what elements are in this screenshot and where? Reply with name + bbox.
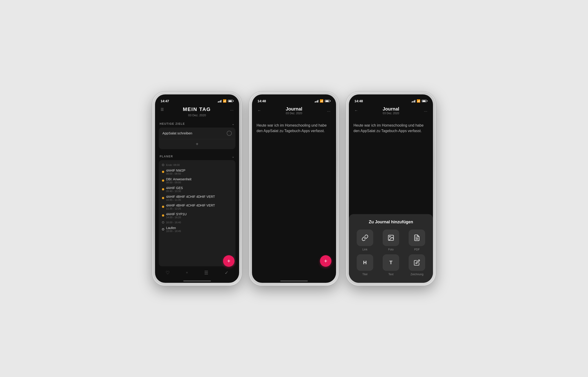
list-item[interactable]: 4AHIF SYP1U 14:00 - 16:20 xyxy=(162,211,232,220)
nav-tasks[interactable]: ✓ xyxy=(223,268,230,277)
svg-point-1 xyxy=(390,236,391,237)
foto-icon-box xyxy=(383,230,399,246)
titel-icon-box: H xyxy=(357,254,373,271)
nav-favorites[interactable]: ♡ xyxy=(164,268,172,277)
goal-item[interactable]: AppSalat schreiben xyxy=(159,128,235,139)
planner-item-name: 4AHIF 4BHIF 4CHIF 4DHIF VERT xyxy=(166,195,215,199)
goal-add-button[interactable]: + xyxy=(159,139,235,149)
goal-circle[interactable] xyxy=(227,131,232,136)
foto-label: Foto xyxy=(388,248,394,251)
notch-1 xyxy=(182,94,212,101)
add-journal-menu: Zu Journal hinzufügen Link xyxy=(349,214,433,283)
battery-icon-1 xyxy=(228,100,234,102)
add-menu-item-zeichnung[interactable]: Zeichnung xyxy=(406,254,428,276)
list-item[interactable]: 16:00 - 16:40 xyxy=(162,220,232,225)
status-icons-1: 📶 xyxy=(218,99,234,103)
more-icon-2[interactable]: … xyxy=(326,107,332,114)
more-icon-3[interactable]: … xyxy=(423,107,428,114)
journal-content-3: Heute war ich im Homeschooling und habe … xyxy=(349,118,433,138)
zeichnung-icon-box xyxy=(409,254,425,271)
dot-yellow xyxy=(162,171,164,173)
p1-date: 03 Dez. 2020 xyxy=(188,114,206,117)
goals-card: AppSalat schreiben + xyxy=(159,128,235,149)
pdf-icon xyxy=(414,234,420,241)
notch-3 xyxy=(376,94,406,101)
link-icon-box xyxy=(357,230,373,246)
home-indicator-1 xyxy=(183,281,211,282)
menu-icon-1[interactable]: ☰ xyxy=(160,106,165,113)
heutige-ziele-chevron: ⌄ xyxy=(232,122,234,126)
add-menu-item-foto[interactable]: Foto xyxy=(380,230,402,251)
p3-date: 03 Dez. 2020 xyxy=(383,112,399,115)
heutige-ziele-label: HEUTIGE ZIELE xyxy=(160,122,185,125)
p1-header-row: ☰ MEIN TAG … xyxy=(160,106,234,113)
planner-item-time: 08:50 - 09:00 xyxy=(166,181,192,184)
titel-label: Titel xyxy=(362,273,368,276)
planner-item-time: 08:00 - 08:50 xyxy=(166,172,185,175)
planner-item-name: 4AHIF NW2P xyxy=(166,169,185,172)
heutige-ziele-header[interactable]: HEUTIGE ZIELE ⌄ xyxy=(155,119,239,128)
nav-calendar[interactable]: ▫ xyxy=(184,268,189,277)
add-menu-grid: Link Foto xyxy=(354,230,428,276)
p3-title: Journal xyxy=(383,106,399,112)
planner-item-name: 4AHIF 4BHIF 4CHIF 4DHIF VERT xyxy=(166,203,215,207)
planer-header[interactable]: PLANER ⌄ xyxy=(155,152,239,160)
list-item[interactable]: 4AHIF 4BHIF 4CHIF 4DHIF VERT 10:45 - 11:… xyxy=(162,194,232,202)
list-item[interactable]: 4AHIF NW2P 08:00 - 08:50 xyxy=(162,167,232,176)
add-menu-item-link[interactable]: Link xyxy=(354,230,376,251)
planner-item-time: 18:00 - 18:45 xyxy=(166,230,181,233)
phone-3: 14:48 📶 ← Journ xyxy=(346,92,436,285)
planner-item-time: 10:45 - 11:35 xyxy=(166,199,215,201)
foto-icon xyxy=(388,234,394,241)
list-item[interactable]: 4AHIF 4BHIF 4CHIF 4DHIF VERT 11:35 - 12:… xyxy=(162,202,232,211)
p2-header: ← Journal 03 Dez. 2020 … xyxy=(252,105,336,118)
list-item[interactable]: DBI: Anwesenheit 08:50 - 09:00 xyxy=(162,176,232,185)
p1-header: ☰ MEIN TAG … 03 Dez. 2020 xyxy=(155,105,239,119)
goal-text: AppSalat schreiben xyxy=(162,131,192,135)
status-icons-3: 📶 xyxy=(412,99,428,103)
pdf-label: PDF xyxy=(414,248,420,251)
phone-screen-3: 14:48 📶 ← Journ xyxy=(349,94,433,283)
back-icon-2[interactable]: ← xyxy=(256,107,262,114)
list-item[interactable]: Ende: 08:00 xyxy=(162,162,232,167)
dot-yellow xyxy=(162,214,164,217)
phone-2: 14:48 📶 ← Journ xyxy=(249,92,339,285)
battery-icon-3 xyxy=(422,100,427,102)
list-item[interactable]: 4AHIF GES 09:40 - 10:30 xyxy=(162,185,232,194)
status-time-2: 14:48 xyxy=(257,99,266,103)
journal-content-2: Heute war ich im Homeschooling und habe … xyxy=(252,118,336,138)
p1-title: MEIN TAG xyxy=(183,106,211,112)
text-icon-box: T xyxy=(383,254,399,271)
screen-content-1: ☰ MEIN TAG … 03 Dez. 2020 HEUTIGE ZIELE … xyxy=(155,105,239,283)
screen-content-2: ← Journal 03 Dez. 2020 … Heute war ich i… xyxy=(252,105,336,283)
fab-plus-icon-2: + xyxy=(324,258,327,264)
phone-screen-2: 14:48 📶 ← Journ xyxy=(252,94,336,283)
planner-item-time: 16:00 - 16:40 xyxy=(166,221,181,224)
planner-item-name: 4AHIF SYP1U xyxy=(166,212,186,216)
p2-header-row: ← Journal 03 Dez. 2020 … xyxy=(256,106,332,115)
add-menu-item-text[interactable]: T Text xyxy=(380,254,402,276)
p3-header-row: ← Journal 03 Dez. 2020 … xyxy=(354,106,428,115)
list-item[interactable]: Laufen 18:00 - 18:45 xyxy=(162,225,232,234)
back-icon-3[interactable]: ← xyxy=(354,107,359,114)
fab-plus-icon-1: + xyxy=(227,258,230,264)
phone-screen-1: 14:47 📶 ☰ MEIN TAG xyxy=(155,94,239,283)
planner-item-name: DBI: Anwesenheit xyxy=(166,177,192,181)
nav-journal[interactable]: ☰ xyxy=(202,268,210,277)
more-icon-1[interactable]: … xyxy=(229,106,234,112)
p2-date: 03 Dez. 2020 xyxy=(286,112,302,115)
pdf-icon-box xyxy=(409,230,425,246)
signal-icon-2 xyxy=(315,100,319,103)
dot-gray xyxy=(162,164,164,166)
status-time-3: 14:48 xyxy=(354,99,363,103)
fab-button-2[interactable]: + xyxy=(320,255,332,267)
add-menu-item-pdf[interactable]: PDF xyxy=(406,230,428,251)
battery-icon-2 xyxy=(325,100,331,102)
signal-icon-3 xyxy=(412,100,415,103)
add-menu-item-titel[interactable]: H Titel xyxy=(354,254,376,276)
zeichnung-icon xyxy=(414,259,420,266)
fab-button-1[interactable]: + xyxy=(223,255,234,267)
text-label: Text xyxy=(388,273,393,276)
planner-item-time: 09:40 - 10:30 xyxy=(166,190,183,192)
dot-yellow xyxy=(162,197,164,199)
